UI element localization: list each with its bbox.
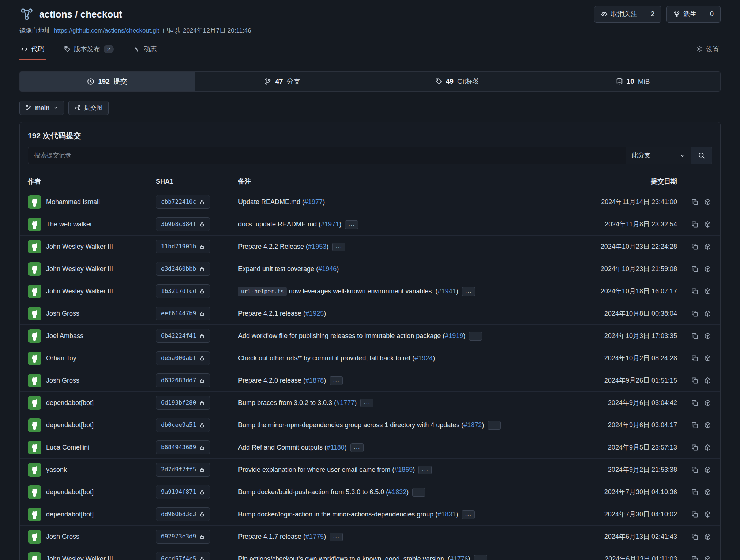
issue-link[interactable]: #1925 xyxy=(305,310,324,317)
forks-count[interactable]: 0 xyxy=(703,6,720,22)
commit-sha-button[interactable]: 6ccd57f4c5 xyxy=(156,552,210,560)
avatar[interactable] xyxy=(28,396,41,410)
browse-source-button[interactable] xyxy=(703,532,712,541)
copy-sha-button[interactable] xyxy=(690,287,699,296)
commit-author[interactable]: John Wesley Walker III xyxy=(28,552,156,560)
commit-author[interactable]: Orhan Toy xyxy=(28,352,156,365)
branch-filter-select[interactable]: 此分支 xyxy=(626,147,691,164)
commit-author[interactable]: Josh Gross xyxy=(28,307,156,320)
avatar[interactable] xyxy=(28,195,41,209)
browse-source-button[interactable] xyxy=(703,465,712,474)
commit-author[interactable]: dependabot[bot] xyxy=(28,508,156,521)
copy-sha-button[interactable] xyxy=(690,331,699,341)
commit-sha-button[interactable]: 692973e3d9 xyxy=(156,530,210,544)
copy-sha-button[interactable] xyxy=(690,532,699,541)
commit-author[interactable]: The web walker xyxy=(28,218,156,231)
commit-author[interactable]: John Wesley Walker III xyxy=(28,285,156,298)
watchers-count[interactable]: 2 xyxy=(644,6,661,22)
more-button[interactable]: ··· xyxy=(474,555,487,560)
commit-sha-button[interactable]: de5a000abf xyxy=(156,351,210,365)
avatar[interactable] xyxy=(28,240,41,253)
copy-sha-button[interactable] xyxy=(690,398,699,407)
browse-source-button[interactable] xyxy=(703,198,712,207)
avatar[interactable] xyxy=(28,463,41,477)
browse-source-button[interactable] xyxy=(703,443,712,452)
stats-tags[interactable]: 49 Git标签 xyxy=(370,72,545,91)
browse-source-button[interactable] xyxy=(703,376,712,385)
browse-source-button[interactable] xyxy=(703,264,712,274)
more-button[interactable]: ··· xyxy=(360,399,373,407)
issue-link[interactable]: #1941 xyxy=(438,287,456,295)
copy-sha-button[interactable] xyxy=(690,488,699,497)
commit-author[interactable]: yasonk xyxy=(28,463,156,477)
more-button[interactable]: ··· xyxy=(332,243,345,251)
avatar[interactable] xyxy=(28,285,41,298)
more-button[interactable]: ··· xyxy=(350,443,364,452)
stats-branches[interactable]: 47 分支 xyxy=(195,72,370,91)
browse-source-button[interactable] xyxy=(703,309,712,318)
fork-button[interactable]: 派生 xyxy=(667,6,703,22)
browse-source-button[interactable] xyxy=(703,220,712,229)
more-button[interactable]: ··· xyxy=(488,421,501,430)
copy-sha-button[interactable] xyxy=(690,465,699,474)
copy-sha-button[interactable] xyxy=(690,376,699,385)
commit-author[interactable]: dependabot[bot] xyxy=(28,485,156,499)
commit-author[interactable]: dependabot[bot] xyxy=(28,418,156,432)
avatar[interactable] xyxy=(28,352,41,365)
issue-link[interactable]: #1919 xyxy=(445,332,463,339)
more-button[interactable]: ··· xyxy=(345,220,358,229)
mirror-url-link[interactable]: https://github.com/actions/checkout.git xyxy=(54,26,159,35)
issue-link[interactable]: #1775 xyxy=(305,533,324,540)
stats-size[interactable]: 10 MiB xyxy=(545,72,720,91)
commit-sha-button[interactable]: e3d2460bbb xyxy=(156,262,210,276)
issue-link[interactable]: #1180 xyxy=(327,444,345,451)
avatar[interactable] xyxy=(28,418,41,432)
copy-sha-button[interactable] xyxy=(690,309,699,318)
commit-graph-button[interactable]: 提交图 xyxy=(68,101,109,115)
stats-commits[interactable]: 192 提交 xyxy=(20,72,195,91)
more-button[interactable]: ··· xyxy=(462,287,475,296)
commit-sha-button[interactable]: 2d7d9f7ff5 xyxy=(156,463,210,477)
copy-sha-button[interactable] xyxy=(690,242,699,251)
browse-source-button[interactable] xyxy=(703,555,712,560)
commit-author[interactable]: Josh Gross xyxy=(28,374,156,387)
browse-source-button[interactable] xyxy=(703,510,712,519)
issue-link[interactable]: #1977 xyxy=(304,198,323,206)
commit-author[interactable]: Luca Comellini xyxy=(28,441,156,454)
issue-link[interactable]: #1946 xyxy=(318,265,337,273)
commit-author[interactable]: Joel Ambass xyxy=(28,329,156,343)
copy-sha-button[interactable] xyxy=(690,510,699,519)
more-button[interactable]: ··· xyxy=(330,533,343,541)
copy-sha-button[interactable] xyxy=(690,421,699,430)
more-button[interactable]: ··· xyxy=(412,488,425,497)
issue-link[interactable]: #1971 xyxy=(321,221,339,228)
commit-sha-button[interactable]: d632683dd7 xyxy=(156,373,210,387)
copy-sha-button[interactable] xyxy=(690,198,699,207)
issue-link[interactable]: #1776 xyxy=(450,555,468,560)
tab-releases[interactable]: 版本发布 2 xyxy=(63,40,115,60)
avatar[interactable] xyxy=(28,485,41,499)
issue-link[interactable]: #1832 xyxy=(388,488,406,496)
commit-sha-button[interactable]: 6d193bf280 xyxy=(156,396,210,410)
avatar[interactable] xyxy=(28,552,41,560)
commit-author[interactable]: Mohammad Ismail xyxy=(28,195,156,209)
commit-sha-button[interactable]: 3b9b8c884f xyxy=(156,217,210,231)
commit-sha-button[interactable]: 9a9194f871 xyxy=(156,485,210,499)
avatar[interactable] xyxy=(28,508,41,521)
copy-sha-button[interactable] xyxy=(690,220,699,229)
more-button[interactable]: ··· xyxy=(330,376,343,385)
commit-sha-button[interactable]: b684943689 xyxy=(156,440,210,454)
issue-link[interactable]: #1831 xyxy=(437,511,456,518)
browse-source-button[interactable] xyxy=(703,421,712,430)
commit-sha-button[interactable]: dd960bd3c3 xyxy=(156,507,210,521)
branch-selector[interactable]: main xyxy=(19,101,64,115)
avatar[interactable] xyxy=(28,441,41,454)
browse-source-button[interactable] xyxy=(703,242,712,251)
search-button[interactable] xyxy=(691,147,712,164)
avatar[interactable] xyxy=(28,374,41,387)
tab-code[interactable]: 代码 xyxy=(19,40,46,60)
commit-sha-button[interactable]: eef61447b9 xyxy=(156,307,210,320)
commit-sha-button[interactable]: db0cee9a51 xyxy=(156,418,210,432)
copy-sha-button[interactable] xyxy=(690,555,699,560)
more-button[interactable]: ··· xyxy=(469,332,482,341)
